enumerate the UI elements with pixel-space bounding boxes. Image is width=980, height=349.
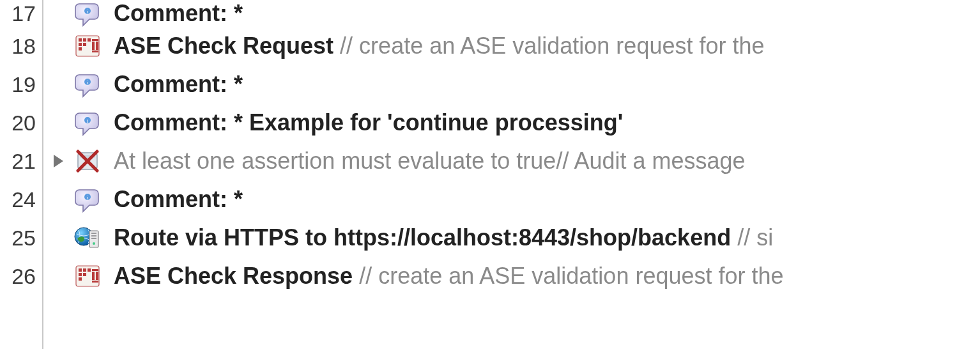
line-number: 25 <box>0 219 42 257</box>
assertion-disabled-icon <box>74 148 101 174</box>
policy-row[interactable]: Route via HTTPS to https://localhost:844… <box>43 219 980 257</box>
policy-row[interactable]: ASE Check Response // create an ASE vali… <box>43 257 980 295</box>
svg-rect-25 <box>91 233 96 234</box>
svg-rect-12 <box>92 50 98 52</box>
svg-rect-8 <box>79 47 82 50</box>
svg-rect-10 <box>96 42 98 50</box>
svg-rect-31 <box>83 268 86 272</box>
policy-row[interactable]: i Comment: * Example for 'continue proce… <box>43 104 980 142</box>
svg-rect-37 <box>96 272 98 280</box>
line-number: 17 <box>0 0 42 27</box>
policy-row[interactable]: i Comment: * <box>43 0 980 27</box>
row-icon <box>72 224 103 251</box>
svg-rect-36 <box>92 272 95 280</box>
svg-rect-32 <box>88 268 91 272</box>
row-icon: i <box>72 186 103 213</box>
svg-rect-4 <box>83 38 86 42</box>
svg-rect-30 <box>79 268 82 272</box>
line-number-value: 21 <box>11 149 36 174</box>
row-label: ASE Check Response <box>114 263 353 290</box>
ase-check-icon <box>74 263 101 290</box>
row-tail-comment: // create an ASE validation request for … <box>340 33 764 59</box>
line-number-value: 19 <box>11 72 36 97</box>
svg-rect-3 <box>79 38 82 42</box>
expand-toggle[interactable] <box>49 155 68 167</box>
policy-row[interactable]: i Comment: * <box>43 180 980 219</box>
row-tail-comment: // si <box>737 224 773 251</box>
row-tail-comment: // Audit a message <box>556 148 745 174</box>
line-number-value: 26 <box>11 264 36 289</box>
line-number-value: 18 <box>11 34 36 59</box>
svg-rect-5 <box>88 38 91 42</box>
row-icon: i <box>72 109 103 136</box>
line-number: 20 <box>0 104 42 142</box>
svg-rect-34 <box>83 273 86 276</box>
line-number-value: 24 <box>11 187 36 212</box>
row-icon: i <box>72 0 103 27</box>
row-label: ASE Check Request <box>114 33 333 59</box>
line-number-gutter: 1718192021242526 <box>0 0 43 349</box>
policy-row[interactable]: At least one assertion must evaluate to … <box>43 142 980 180</box>
expand-arrow-icon <box>54 155 63 167</box>
row-label: Comment: * Example for 'continue process… <box>114 109 623 136</box>
row-icon <box>72 33 103 59</box>
svg-rect-11 <box>92 39 98 41</box>
row-icon: i <box>72 71 103 98</box>
row-tail-comment: // create an ASE validation request for … <box>359 263 783 290</box>
row-label: At least one assertion must evaluate to … <box>114 148 556 174</box>
line-number: 19 <box>0 65 42 104</box>
row-label: Comment: * <box>114 71 243 98</box>
line-number: 24 <box>0 180 42 219</box>
row-label: Comment: * <box>114 0 243 27</box>
svg-point-28 <box>93 242 95 245</box>
svg-rect-39 <box>92 281 98 283</box>
svg-rect-9 <box>92 42 95 50</box>
line-number: 18 <box>0 27 42 65</box>
svg-rect-7 <box>83 43 86 46</box>
policy-editor: 1718192021242526 i Comment: * ASE Check … <box>0 0 980 349</box>
policy-row[interactable]: ASE Check Request // create an ASE valid… <box>43 27 980 65</box>
ase-check-icon <box>74 33 101 59</box>
row-icon <box>72 148 103 174</box>
comment-bubble-icon: i <box>74 186 101 213</box>
svg-rect-6 <box>79 43 82 46</box>
svg-rect-35 <box>79 277 82 281</box>
comment-bubble-icon: i <box>74 0 101 27</box>
row-label: Comment: * <box>114 186 243 213</box>
svg-rect-38 <box>92 269 98 271</box>
comment-bubble-icon: i <box>74 109 101 136</box>
line-number: 21 <box>0 142 42 180</box>
policy-row[interactable]: i Comment: * <box>43 65 980 104</box>
line-number-value: 25 <box>11 226 36 251</box>
route-https-icon <box>74 224 101 251</box>
row-label: Route via HTTPS to https://localhost:844… <box>114 224 731 251</box>
policy-content: i Comment: * ASE Check Request // create… <box>43 0 980 349</box>
svg-rect-26 <box>91 235 96 237</box>
row-icon <box>72 263 103 290</box>
svg-rect-33 <box>79 273 82 276</box>
svg-rect-27 <box>91 238 96 239</box>
line-number: 26 <box>0 257 42 295</box>
line-number-value: 20 <box>11 111 36 136</box>
comment-bubble-icon: i <box>74 71 101 98</box>
line-number-value: 17 <box>11 1 36 26</box>
